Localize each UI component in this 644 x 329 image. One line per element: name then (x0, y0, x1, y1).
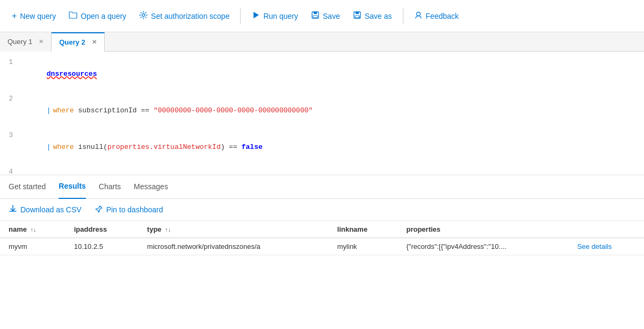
see-details-link[interactable]: See details (577, 242, 612, 251)
results-actions: Download as CSV Pin to dashboard (0, 199, 644, 221)
save-button[interactable]: Save (306, 8, 345, 25)
set-auth-label: Set authorization scope (151, 12, 229, 20)
open-query-label: Open a query (81, 12, 126, 20)
svg-text:+: + (358, 16, 360, 19)
line-number-1: 1 (0, 56, 21, 68)
tab-query2[interactable]: Query 2 ✕ (52, 32, 104, 52)
col-header-ipaddress: ipaddress (66, 221, 139, 238)
cell-linkname: mylink (329, 238, 398, 255)
tab-query1-label: Query 1 (8, 38, 32, 46)
pin-dashboard-button[interactable]: Pin to dashboard (95, 205, 163, 215)
save-as-icon: + (353, 11, 361, 22)
plus-icon: + (12, 11, 17, 21)
sort-icon-name: ↑↓ (31, 226, 37, 233)
code-line-1: 1 dnsresources (0, 56, 644, 92)
pipe-2: | (47, 106, 51, 115)
run-query-label: Run query (263, 12, 298, 20)
tab-results-label: Results (59, 182, 86, 190)
query-tabs: Query 1 ✕ Query 2 ✕ (0, 32, 644, 52)
code-token: false (237, 143, 263, 151)
gear-icon (139, 11, 148, 22)
code-token: where (53, 106, 74, 115)
save-icon (311, 11, 320, 22)
separator-1 (240, 8, 241, 24)
tab-query2-label: Query 2 (59, 38, 85, 46)
new-query-label: New query (20, 12, 56, 20)
results-table-container: name ↑↓ ipaddress type ↑↓ linkname prope… (0, 221, 644, 255)
col-header-linkname: linkname (329, 221, 398, 238)
code-line-4: 4 |extend linkname=(properties.virtualNe… (0, 166, 644, 175)
line-number-2: 2 (0, 93, 21, 105)
set-auth-button[interactable]: Set authorization scope (134, 8, 235, 25)
code-token: "00000000-0000-0000-0000-000000000000" (149, 106, 313, 115)
col-header-name[interactable]: name ↑↓ (0, 221, 66, 238)
line-number-4: 4 (0, 166, 21, 175)
svg-point-9 (416, 12, 420, 16)
results-panel: Get started Results Charts Messages Down… (0, 175, 644, 255)
results-table: name ↑↓ ipaddress type ↑↓ linkname prope… (0, 221, 644, 255)
download-csv-label: Download as CSV (20, 205, 82, 214)
tab-messages-label: Messages (134, 182, 168, 191)
tab-query1[interactable]: Query 1 ✕ (0, 32, 52, 52)
code-token: properties.virtualNetworkId (107, 143, 221, 151)
feedback-icon (414, 11, 423, 22)
svg-marker-1 (254, 12, 259, 18)
svg-rect-4 (313, 16, 317, 18)
code-line-3: 3 |where isnull(properties.virtualNetwor… (0, 129, 644, 166)
tab-messages[interactable]: Messages (134, 175, 168, 199)
code-token: where (53, 143, 74, 151)
line-content-3: |where isnull(properties.virtualNetworkI… (21, 130, 644, 165)
tab-results[interactable]: Results (59, 175, 86, 199)
tab-get-started[interactable]: Get started (9, 175, 46, 199)
folder-icon (69, 11, 77, 21)
tab-get-started-label: Get started (9, 182, 46, 191)
table-header-row: name ↑↓ ipaddress type ↑↓ linkname prope… (0, 221, 644, 238)
new-query-button[interactable]: + New query (6, 8, 61, 24)
tab-query1-close[interactable]: ✕ (39, 38, 44, 45)
svg-point-0 (142, 13, 145, 16)
pin-icon (95, 205, 103, 215)
pipe-3: | (47, 143, 51, 151)
run-query-button[interactable]: Run query (246, 8, 303, 25)
feedback-button[interactable]: Feedback (409, 8, 464, 25)
save-label: Save (323, 12, 340, 20)
col-header-type[interactable]: type ↑↓ (139, 221, 329, 238)
feedback-label: Feedback (426, 12, 459, 20)
results-tabs: Get started Results Charts Messages (0, 175, 644, 199)
line-content-2: |where subscriptionId == "00000000-0000-… (21, 93, 644, 128)
toolbar: + New query Open a query Set authorizati… (0, 0, 644, 32)
cell-name: myvm (0, 238, 66, 255)
download-icon (9, 204, 17, 215)
cell-see-details[interactable]: See details (569, 238, 644, 255)
cell-properties: {"records":[{"ipv4Address":"10.... (397, 238, 568, 255)
tab-charts-label: Charts (99, 182, 121, 191)
sort-icon-type: ↑↓ (165, 226, 171, 233)
line-number-3: 3 (0, 130, 21, 141)
play-icon (251, 11, 260, 22)
code-token: dnsresources (47, 70, 97, 78)
cell-type: microsoft.network/privatednszones/a (139, 238, 329, 255)
code-editor[interactable]: 1 dnsresources 2 |where subscriptionId =… (0, 52, 644, 175)
line-content-1: dnsresources (21, 56, 644, 92)
separator-2 (403, 8, 403, 24)
cell-ipaddress: 10.10.2.5 (66, 238, 139, 255)
svg-rect-6 (356, 12, 359, 14)
tab-charts[interactable]: Charts (99, 175, 121, 199)
tab-query2-close[interactable]: ✕ (92, 39, 97, 46)
download-csv-button[interactable]: Download as CSV (9, 204, 82, 215)
save-as-label: Save as (365, 12, 392, 20)
col-header-actions (569, 221, 644, 238)
table-row: myvm 10.10.2.5 microsoft.network/private… (0, 238, 644, 255)
line-content-4: |extend linkname=(properties.virtualNetw… (21, 166, 644, 175)
open-query-button[interactable]: Open a query (63, 8, 132, 24)
pin-dashboard-label: Pin to dashboard (106, 205, 163, 214)
code-line-2: 2 |where subscriptionId == "00000000-000… (0, 92, 644, 129)
col-header-properties: properties (397, 221, 568, 238)
svg-rect-3 (314, 12, 317, 14)
save-as-button[interactable]: + Save as (348, 8, 397, 25)
